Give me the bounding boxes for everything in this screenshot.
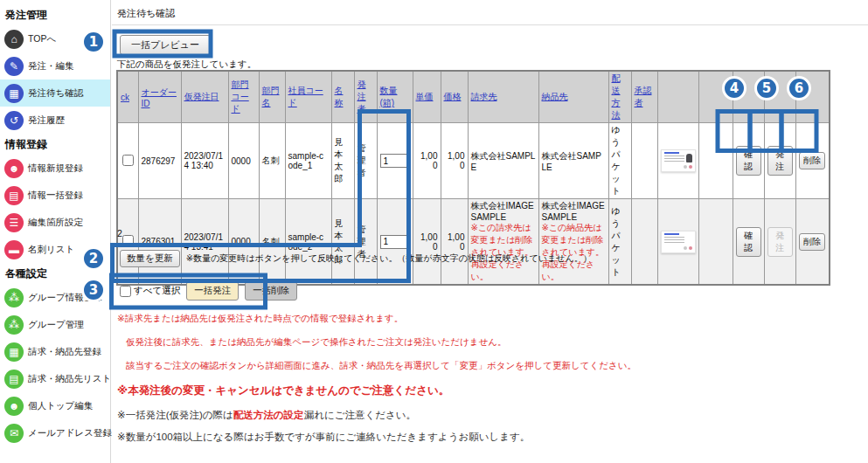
cell-delivery: 株式会社IMAGE SAMPLE※この納品先は変更または削除されています。再設定… [538,199,608,286]
header-dept-code[interactable]: 部門コード [232,79,249,114]
history-icon: ↺ [4,111,24,130]
header-approver[interactable]: 承認者 [635,86,652,107]
sidebar-section-settings: 各種設定 [0,263,110,284]
footer-notes: ※請求先または納品先は仮発注された時点での情報で登録されます。 仮発注後に請求先… [117,313,851,453]
cell-order-id: 2876301 [138,199,181,286]
note-cannot-order: 仮発注後に請求先、または納品先が編集ページで操作されたご注文は発注いただけません… [117,336,851,349]
cell-name: 見本太郎 [331,123,354,199]
delete-button[interactable]: 削除 [799,152,825,169]
header-emp-code[interactable]: 社員コード [288,86,323,107]
sidebar-item-billing-list[interactable]: ▤ 請求・納品先リスト [0,365,110,392]
confirm-button[interactable]: 確認 [736,146,761,176]
quantity-update-row: 数量を更新 ※数量の変更時はボタンを押して反映してください。（数量が赤文字の状態… [120,250,592,267]
quantity-input[interactable] [380,235,410,249]
building-list-icon: ▤ [4,370,24,389]
cell-dept-name: 名刺 [259,123,285,199]
sidebar-item-info-new[interactable]: ☻ 情報新規登録 [0,155,110,182]
header-unit-price[interactable]: 単価 [416,92,434,101]
header-thumbnail [657,71,698,123]
header-delete [795,71,830,123]
cell-date: 2023/07/14 13:40 [181,123,228,199]
divider [112,24,868,25]
header-orderer[interactable]: 発注者 [358,79,366,114]
sidebar-item-group-info[interactable]: ⁂ グループ情報登録 [0,284,110,311]
cell-dept-code: 0000 [228,199,259,286]
row-checkbox[interactable] [122,235,134,246]
cell-empty [698,199,733,286]
sidebar-item-label: グループ情報登録 [28,292,102,304]
confirm-button[interactable]: 確認 [736,227,761,257]
sidebar-item-label: 請求・納品先リスト [28,373,111,385]
header-confirm [733,71,764,123]
sidebar-item-group-manage[interactable]: ⁂ グループ管理 [0,311,110,338]
header-ck[interactable]: ck [121,93,129,102]
sidebar-item-label: 発注履歴 [28,114,65,127]
sidebar-item-order-pending[interactable]: ▦ 発注待ち確認 [0,79,110,107]
note-100-boxes: ※数量が100箱以上になる際はお手数ですが事前にご連絡いただきますようお願いしま… [117,431,851,444]
row-checkbox[interactable] [122,155,134,166]
person-photo [686,154,692,162]
cell-name: 見本太郎 [331,199,354,286]
header-billing[interactable]: 請求先 [471,92,497,101]
sidebar-item-billing-register[interactable]: ▦ 請求・納品先登録 [0,338,110,365]
sidebar-section-order: 発注管理 [0,4,110,25]
quantity-input[interactable] [380,154,410,168]
cell-shipping: ゆうパケット [608,199,631,286]
select-all-checkbox[interactable] [120,286,131,297]
header-delivery[interactable]: 納品先 [542,92,568,101]
header-order-id[interactable]: オーダーID [142,87,177,108]
bulk-delete-button[interactable]: 一括削除 [245,281,297,301]
header-dept-name[interactable]: 部門名 [262,86,280,107]
cell-dept-code: 0000 [228,123,259,199]
cell-unit-price: 1,000 [413,123,441,199]
note-shipping-setting: ※一括発注(仮発注)の際は配送方法の設定漏れにご注意ください。 [117,409,851,422]
header-shipping[interactable]: 配送方法 [612,73,621,120]
sidebar-item-info-bulk[interactable]: ▤ 情報一括登録 [0,182,110,209]
table-row: 2876301 2023/07/14 13:41 0000 名刺 sample-… [117,199,830,286]
card-list-icon: ▬ [4,240,24,259]
sidebar-item-top[interactable]: ⌂ TOPへ [0,25,110,52]
cell-billing: 株式会社IMAGE SAMPLE※この請求先は変更または削除されています。再設定… [468,199,538,286]
cell-date: 2023/07/14 13:41 [181,199,228,286]
header-empty [698,71,733,123]
sidebar-section-info: 情報登録 [0,134,110,155]
sidebar-item-mail-register[interactable]: ✉ メールアドレス登録 [0,419,110,446]
sidebar-item-edit-area-settings[interactable]: ☰ 編集箇所設定 [0,209,110,236]
order-button[interactable]: 発注 [767,146,793,176]
cell-unit-price: 1,000 [413,199,441,286]
cell-order-id: 2876297 [138,123,181,199]
sidebar-item-card-list[interactable]: ▬ 名刺リスト [0,236,110,263]
cell-orderer: 管理者 [354,199,377,286]
cell-orderer: 管理者 [354,123,377,199]
cell-delivery: 株式会社SAMPLE [538,123,608,199]
shipping-highlight: 配送方法の設定 [233,410,304,420]
bulk-preview-button[interactable]: 一括プレビュー [120,35,211,55]
header-date[interactable]: 仮発注日 [184,92,219,101]
cell-approver [631,199,657,286]
sidebar-item-label: 請求・納品先登録 [28,346,101,358]
sidebar-item-label: 名刺リスト [28,244,74,256]
mail-icon: ✉ [4,424,24,443]
delete-button[interactable]: 削除 [799,233,825,251]
header-order [764,71,795,123]
update-quantity-button[interactable]: 数量を更新 [120,250,180,267]
header-price[interactable]: 価格 [444,92,462,101]
note-no-cancel: ※本発注後の変更・キャンセルはできませんのでご注意ください。 [117,384,851,398]
note-billing-registered: ※請求先または納品先は仮発注された時点での情報で登録されます。 [117,313,851,325]
bulk-order-button[interactable]: 一括発注 [186,281,239,301]
select-all-label[interactable]: すべて選択 [120,285,180,297]
sidebar-item-order-history[interactable]: ↺ 発注履歴 [0,107,110,134]
header-qty[interactable]: 数量(箱) [380,86,398,107]
sidebar-item-label: 情報一括登録 [28,190,83,202]
sidebar-item-personal-top-edit[interactable]: ☻ 個人トップ編集 [0,392,110,419]
sidebar-item-label: 個人トップ編集 [28,400,93,412]
cell-empty [698,123,733,199]
cell-price: 1,000 [441,123,468,199]
list-settings-icon: ☰ [4,213,24,232]
sidebar-item-order-edit[interactable]: ✎ 発注・編集 [0,52,110,79]
person-edit-icon: ☻ [4,397,24,416]
header-name[interactable]: 名称 [335,86,344,107]
cell-approver [631,123,657,199]
business-card-thumbnail[interactable] [661,149,696,172]
business-card-thumbnail[interactable] [661,231,696,253]
